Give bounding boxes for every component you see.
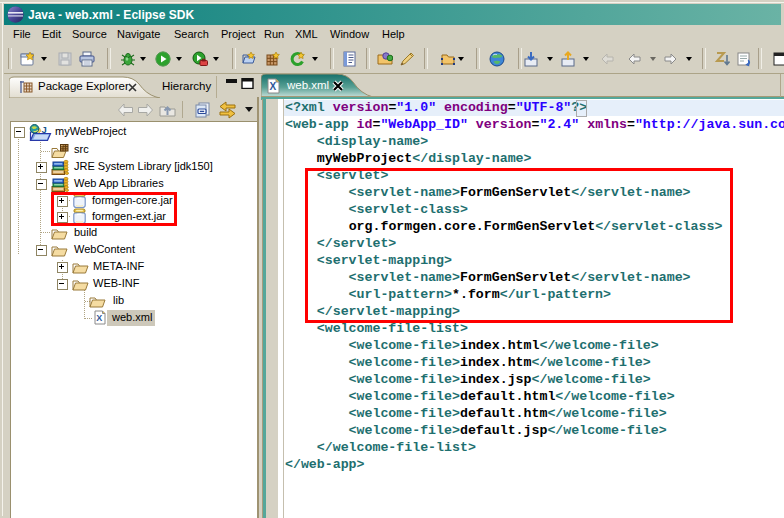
svg-text:X: X	[96, 313, 102, 323]
svg-text:J: J	[42, 124, 47, 135]
svg-text:X: X	[269, 81, 276, 92]
